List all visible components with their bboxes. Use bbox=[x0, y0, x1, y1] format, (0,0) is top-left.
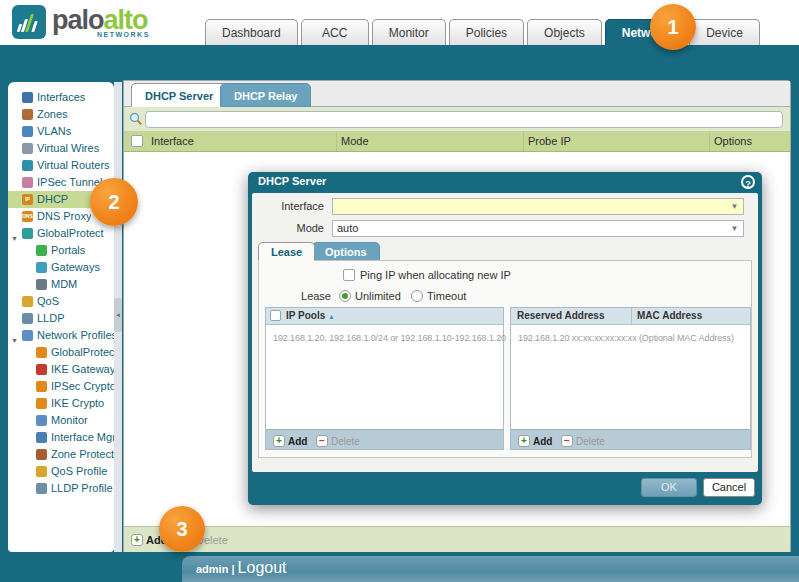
sidebar-item-gateways[interactable]: Gateways bbox=[8, 259, 114, 276]
sidebar-item-label: LLDP bbox=[37, 310, 65, 327]
chevron-down-icon[interactable]: ▼ bbox=[728, 200, 741, 213]
delete-icon: − bbox=[316, 435, 328, 447]
add-icon: + bbox=[518, 435, 530, 447]
lock-icon bbox=[36, 381, 47, 392]
tab-options[interactable]: Options bbox=[312, 242, 380, 261]
tab-device[interactable]: Device bbox=[689, 19, 760, 45]
sidebar-item-network-profiles[interactable]: ▼Network Profiles bbox=[8, 327, 114, 344]
sidebar-item-label: Virtual Routers bbox=[37, 157, 110, 174]
tab-dashboard[interactable]: Dashboard bbox=[205, 19, 298, 45]
sidebar-item-label: MDM bbox=[51, 276, 77, 293]
chevron-down-icon[interactable]: ▼ bbox=[728, 222, 741, 235]
sidebar-item-ike-crypto[interactable]: IKE Crypto bbox=[8, 395, 114, 412]
ip-pools-header[interactable]: IP Pools ▲ bbox=[266, 308, 503, 325]
ping-ip-checkbox[interactable] bbox=[343, 269, 355, 281]
virtual-wires-icon bbox=[22, 143, 33, 154]
sidebar-item-vlans[interactable]: VLANs bbox=[8, 123, 114, 140]
ip-pools-body[interactable]: 192.168.1.20, 192.168.1.0/24 or 192.168.… bbox=[266, 325, 503, 431]
sidebar-item-lldp-profile[interactable]: LLDP Profile bbox=[8, 480, 114, 497]
search-input[interactable] bbox=[145, 111, 783, 128]
reserved-address-header[interactable]: Reserved Address MAC Address bbox=[511, 308, 750, 325]
reserved-address-table: Reserved Address MAC Address 192.168.1.2… bbox=[510, 307, 751, 450]
sidebar-collapse-handle[interactable]: ◄ bbox=[114, 298, 122, 332]
tab-acc[interactable]: ACC bbox=[301, 19, 369, 45]
sidebar-item-label: Network Profiles bbox=[37, 327, 114, 344]
sidebar-item-mdm[interactable]: MDM bbox=[8, 276, 114, 293]
cancel-button[interactable]: Cancel bbox=[703, 478, 755, 497]
lock-icon bbox=[36, 347, 47, 358]
sidebar-item-ike-gateways[interactable]: IKE Gateways bbox=[8, 361, 114, 378]
mode-field[interactable]: auto▼ bbox=[332, 220, 744, 237]
tab-policies[interactable]: Policies bbox=[449, 19, 524, 45]
dialog-body: Interface ▼ Mode auto▼ Lease Options Pin… bbox=[252, 193, 758, 472]
interfaces-icon bbox=[22, 92, 33, 103]
page: paloalto NETWORKS DashboardACCMonitorPol… bbox=[0, 0, 799, 582]
sort-asc-icon: ▲ bbox=[328, 313, 335, 320]
lldp-profile-icon bbox=[36, 483, 47, 494]
interface-field[interactable]: ▼ bbox=[332, 198, 744, 215]
sidebar: InterfacesZonesVLANsVirtual WiresVirtual… bbox=[8, 82, 114, 552]
logout-link[interactable]: Logout bbox=[238, 559, 287, 576]
sidebar-item-interfaces[interactable]: Interfaces bbox=[8, 89, 114, 106]
tab-objects[interactable]: Objects bbox=[527, 19, 602, 45]
sidebar-item-virtual-routers[interactable]: Virtual Routers bbox=[8, 157, 114, 174]
reserved-delete-button[interactable]: −Delete bbox=[561, 433, 605, 449]
lldp-icon bbox=[22, 313, 33, 324]
sidebar-item-zones[interactable]: Zones bbox=[8, 106, 114, 123]
help-icon[interactable]: ? bbox=[741, 175, 755, 189]
ip-pools-hint: 192.168.1.20, 192.168.1.0/24 or 192.168.… bbox=[273, 333, 506, 343]
ip-pools-delete-button[interactable]: −Delete bbox=[316, 433, 360, 449]
mdm-icon bbox=[36, 279, 47, 290]
sidebar-item-globalprotect-ip[interactable]: GlobalProtect IP bbox=[8, 344, 114, 361]
lease-timeout-radio[interactable] bbox=[411, 290, 423, 302]
mode-value: auto bbox=[337, 222, 358, 234]
reserved-address-body[interactable]: 192.168.1.20 xx:xx:xx:xx:xx:xx (Optional… bbox=[511, 325, 750, 431]
interface-mgmt-icon bbox=[36, 432, 47, 443]
sidebar-item-label: LLDP Profile bbox=[51, 480, 113, 497]
ip-pools-header-label: IP Pools bbox=[286, 310, 325, 321]
globalprotect-icon bbox=[22, 228, 33, 239]
ip-pools-add-button[interactable]: +Add bbox=[273, 433, 307, 449]
sidebar-item-label: Zone Protection bbox=[51, 446, 114, 463]
lease-unlimited-label: Unlimited bbox=[355, 290, 401, 302]
sidebar-item-ipsec-crypto[interactable]: IPSec Crypto bbox=[8, 378, 114, 395]
sidebar-item-label: IKE Gateways bbox=[51, 361, 114, 378]
sidebar-item-monitor[interactable]: Monitor bbox=[8, 412, 114, 429]
reserved-delete-label: Delete bbox=[576, 436, 605, 447]
reserved-address-hint: 192.168.1.20 xx:xx:xx:xx:xx:xx (Optional… bbox=[518, 333, 734, 343]
sidebar-item-label: Interface Mgmt bbox=[51, 429, 114, 446]
zones-icon bbox=[22, 109, 33, 120]
logged-in-user: admin bbox=[196, 563, 228, 575]
qos-profile-icon bbox=[36, 466, 47, 477]
table-header-row: Interface Mode Probe IP Options bbox=[124, 132, 790, 152]
dialog-title: DHCP Server bbox=[258, 175, 326, 187]
ip-pools-select-all-checkbox[interactable] bbox=[270, 310, 281, 321]
sidebar-item-qos[interactable]: QoS bbox=[8, 293, 114, 310]
sidebar-item-label: GlobalProtect IP bbox=[51, 344, 114, 361]
sidebar-item-virtual-wires[interactable]: Virtual Wires bbox=[8, 140, 114, 157]
sidebar-item-globalprotect[interactable]: ▼GlobalProtect bbox=[8, 225, 114, 242]
column-mode: Mode bbox=[341, 135, 369, 147]
tab-monitor[interactable]: Monitor bbox=[372, 19, 446, 45]
sidebar-item-label: DNS Proxy bbox=[37, 208, 91, 225]
dns-proxy-icon: DNS bbox=[22, 211, 33, 222]
add-icon: + bbox=[273, 435, 285, 447]
sidebar-splitter[interactable]: ◄ bbox=[114, 82, 122, 552]
ok-button[interactable]: OK bbox=[641, 478, 697, 497]
sidebar-item-portals[interactable]: Portals bbox=[8, 242, 114, 259]
tab-dhcp-server[interactable]: DHCP Server bbox=[131, 83, 227, 107]
sidebar-item-label: QoS bbox=[37, 293, 59, 310]
sidebar-item-label: Monitor bbox=[51, 412, 88, 429]
gateways-icon bbox=[36, 262, 47, 273]
reserved-add-button[interactable]: +Add bbox=[518, 433, 552, 449]
lease-unlimited-radio[interactable] bbox=[339, 290, 351, 302]
tab-dhcp-relay[interactable]: DHCP Relay bbox=[220, 83, 311, 107]
tab-lease[interactable]: Lease bbox=[258, 242, 315, 261]
sidebar-item-qos-profile[interactable]: QoS Profile bbox=[8, 463, 114, 480]
sidebar-item-lldp[interactable]: LLDP bbox=[8, 310, 114, 327]
sidebar-item-zone-protection[interactable]: Zone Protection bbox=[8, 446, 114, 463]
column-options: Options bbox=[714, 135, 752, 147]
lock-icon bbox=[36, 398, 47, 409]
sidebar-item-interface-mgmt[interactable]: Interface Mgmt bbox=[8, 429, 114, 446]
select-all-checkbox[interactable] bbox=[131, 135, 143, 147]
